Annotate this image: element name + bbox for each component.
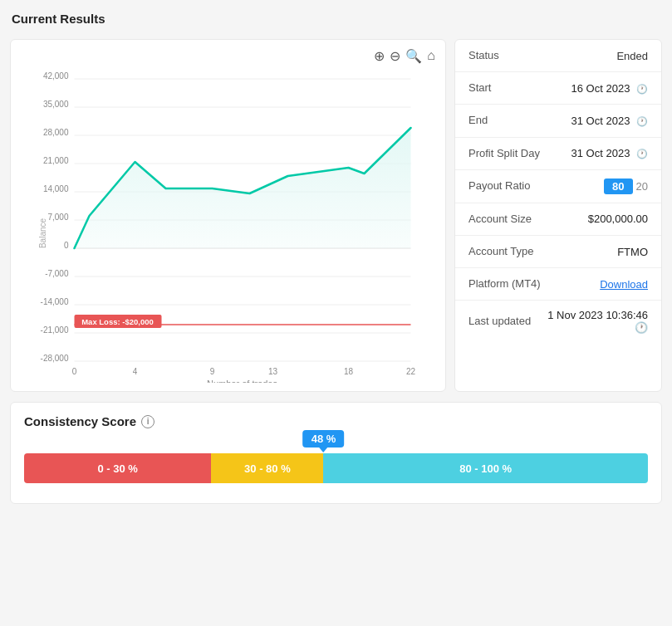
top-section: ⊕ ⊖ 🔍 ⌂ 42,000 35,000 28,000 21,000 14,0… xyxy=(0,29,672,402)
last-updated-row: Last updated 1 Nov 2023 10:36:46 🕐 xyxy=(455,301,661,342)
balance-chart: 42,000 35,000 28,000 21,000 14,000 7,000… xyxy=(21,67,435,383)
svg-text:21,000: 21,000 xyxy=(43,156,69,165)
score-bar-wrapper: 48 % 0 - 30 % 30 - 80 % 80 - 100 % xyxy=(24,453,648,483)
svg-text:9: 9 xyxy=(210,367,215,376)
svg-text:4: 4 xyxy=(133,367,138,376)
bar-segment-red: 0 - 30 % xyxy=(24,453,211,483)
payout-ratio-value: 80 20 xyxy=(604,179,648,194)
svg-text:28,000: 28,000 xyxy=(43,128,69,137)
page-title: Current Results xyxy=(0,0,672,29)
profit-split-row: Profit Split Day 31 Oct 2023 🕐 xyxy=(455,138,661,170)
svg-text:35,000: 35,000 xyxy=(43,100,69,109)
svg-text:0: 0 xyxy=(64,241,69,250)
svg-text:Max Loss: -$20,000: Max Loss: -$20,000 xyxy=(81,317,154,326)
svg-text:22: 22 xyxy=(406,367,416,376)
svg-text:13: 13 xyxy=(268,367,278,376)
bar-segment-yellow: 30 - 80 % xyxy=(211,453,323,483)
svg-text:-7,000: -7,000 xyxy=(45,269,69,278)
svg-text:0: 0 xyxy=(72,367,77,376)
platform-row: Platform (MT4) Download xyxy=(455,268,661,301)
svg-text:Balance: Balance xyxy=(38,218,47,248)
consistency-section: Consistency Score i 48 % 0 - 30 % 30 - 8… xyxy=(10,402,662,504)
bar-segment-blue: 80 - 100 % xyxy=(323,453,648,483)
payout-80-badge: 80 xyxy=(604,179,632,194)
chart-panel: ⊕ ⊖ 🔍 ⌂ 42,000 35,000 28,000 21,000 14,0… xyxy=(10,39,446,392)
status-row: Status Ended xyxy=(455,40,661,72)
svg-text:14,000: 14,000 xyxy=(43,184,69,193)
download-link[interactable]: Download xyxy=(600,278,648,291)
chart-svg-container: 42,000 35,000 28,000 21,000 14,000 7,000… xyxy=(21,67,435,402)
payout-ratio-row: Payout Ratio 80 20 xyxy=(455,170,661,203)
main-container: Current Results ⊕ ⊖ 🔍 ⌂ 42,000 35,000 28… xyxy=(0,0,672,504)
start-label: Start xyxy=(468,81,491,95)
profit-split-label: Profit Split Day xyxy=(468,146,540,161)
status-value: Ended xyxy=(616,50,648,62)
consistency-title-text: Consistency Score xyxy=(24,414,136,428)
payout-20-label: 20 xyxy=(636,180,648,193)
payout-bar: 80 20 xyxy=(604,179,648,194)
svg-text:18: 18 xyxy=(344,367,354,376)
account-size-value: $200,000.00 xyxy=(588,213,648,225)
zoom-in-icon[interactable]: ⊕ xyxy=(374,48,385,64)
last-updated-clock-icon: 🕐 xyxy=(635,321,648,334)
score-bar: 0 - 30 % 30 - 80 % 80 - 100 % xyxy=(24,453,648,483)
last-updated-label: Last updated xyxy=(468,314,531,329)
profit-split-value: 31 Oct 2023 🕐 xyxy=(571,147,648,159)
zoom-out-icon[interactable]: ⊖ xyxy=(390,48,400,64)
svg-text:-21,000: -21,000 xyxy=(41,325,69,335)
score-pointer: 48 % xyxy=(303,430,345,447)
svg-text:7,000: 7,000 xyxy=(47,213,68,222)
info-icon[interactable]: i xyxy=(141,415,155,428)
info-panel: Status Ended Start 16 Oct 2023 🕐 End 31 … xyxy=(454,39,662,392)
platform-value: Download xyxy=(600,278,648,291)
svg-text:-14,000: -14,000 xyxy=(41,297,69,306)
end-label: End xyxy=(468,113,488,128)
start-clock-icon: 🕐 xyxy=(636,84,648,94)
end-value: 31 Oct 2023 🕐 xyxy=(571,115,648,127)
chart-toolbar: ⊕ ⊖ 🔍 ⌂ xyxy=(21,48,435,64)
home-icon[interactable]: ⌂ xyxy=(427,48,435,64)
consistency-title-row: Consistency Score i xyxy=(24,414,648,428)
account-type-row: Account Type FTMO xyxy=(455,236,661,268)
account-size-label: Account Size xyxy=(468,212,532,227)
svg-text:42,000: 42,000 xyxy=(43,71,69,81)
start-row: Start 16 Oct 2023 🕐 xyxy=(455,72,661,105)
payout-ratio-label: Payout Ratio xyxy=(468,179,530,193)
account-type-value: FTMO xyxy=(617,246,648,258)
zoom-select-icon[interactable]: 🔍 xyxy=(405,48,422,64)
status-label: Status xyxy=(468,48,499,63)
svg-text:Number of trades: Number of trades xyxy=(207,379,277,383)
profit-split-clock-icon: 🕐 xyxy=(636,149,648,159)
end-clock-icon: 🕐 xyxy=(636,116,648,126)
start-value: 16 Oct 2023 🕐 xyxy=(571,82,648,95)
last-updated-value: 1 Nov 2023 10:36:46 🕐 xyxy=(547,309,648,334)
account-size-row: Account Size $200,000.00 xyxy=(455,203,661,236)
end-row: End 31 Oct 2023 🕐 xyxy=(455,105,661,137)
svg-marker-27 xyxy=(75,128,411,248)
svg-text:-28,000: -28,000 xyxy=(41,354,69,363)
platform-label: Platform (MT4) xyxy=(468,276,541,291)
account-type-label: Account Type xyxy=(468,244,534,259)
